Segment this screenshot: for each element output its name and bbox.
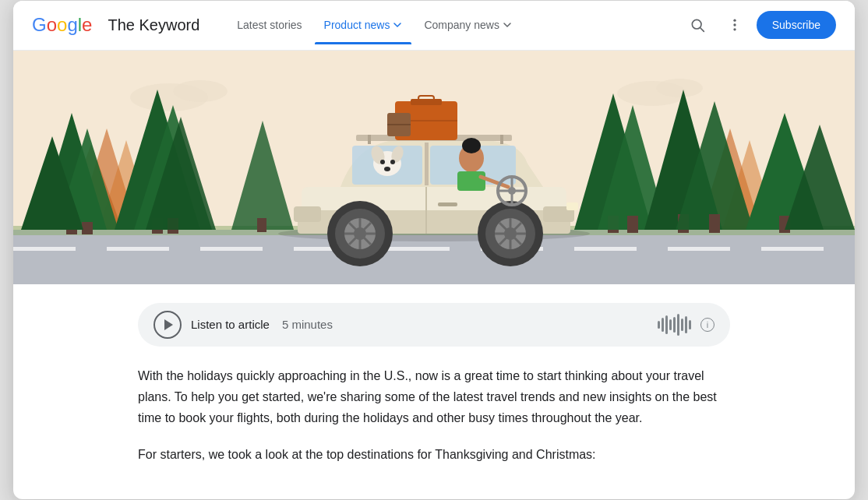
hero-image: [13, 51, 855, 284]
audio-waveform: [658, 314, 691, 336]
search-icon: [690, 17, 705, 33]
listen-label: Listen to article: [191, 318, 270, 331]
svg-rect-42: [627, 216, 638, 233]
main-nav: Latest stories Product news Company news: [228, 12, 669, 37]
svg-point-4: [733, 28, 736, 30]
svg-rect-96: [457, 171, 485, 191]
more-vert-icon: [727, 17, 743, 33]
hero-svg: [13, 51, 855, 284]
svg-point-90: [380, 160, 385, 164]
header-actions: Subscribe: [682, 9, 836, 40]
play-icon: [164, 319, 173, 330]
svg-rect-11: [13, 247, 76, 251]
svg-line-1: [700, 28, 704, 32]
svg-rect-13: [200, 247, 263, 251]
svg-rect-58: [566, 202, 578, 210]
svg-point-94: [462, 138, 481, 153]
svg-rect-54: [425, 143, 429, 185]
svg-rect-60: [438, 202, 457, 206]
svg-rect-30: [82, 222, 93, 234]
header: Google The Keyword Latest stories Produc…: [13, 1, 855, 51]
subscribe-button[interactable]: Subscribe: [757, 11, 836, 39]
svg-point-2: [733, 19, 736, 22]
svg-point-3: [733, 23, 736, 26]
svg-point-9: [656, 79, 703, 97]
svg-rect-63: [368, 135, 371, 144]
chevron-down-icon: [503, 20, 512, 30]
nav-company-news[interactable]: Company news: [415, 12, 521, 37]
chevron-down-icon: [393, 20, 402, 30]
svg-rect-46: [709, 214, 720, 233]
audio-duration: 5 minutes: [282, 318, 333, 331]
article-paragraph-1: With the holidays quickly approaching in…: [138, 365, 730, 429]
svg-point-92: [384, 167, 390, 171]
svg-rect-15: [387, 247, 450, 251]
svg-rect-64: [500, 135, 503, 144]
search-button[interactable]: [682, 9, 713, 40]
site-title: The Keyword: [108, 16, 199, 34]
svg-point-91: [390, 160, 395, 164]
nav-product-news[interactable]: Product news: [315, 12, 412, 37]
audio-player: Listen to article 5 minutes i: [138, 303, 730, 347]
play-button[interactable]: [153, 311, 182, 339]
audio-info-button[interactable]: i: [700, 318, 715, 332]
svg-point-7: [173, 80, 228, 102]
svg-rect-17: [574, 247, 637, 251]
more-options-button[interactable]: [719, 9, 750, 40]
browser-window: Google The Keyword Latest stories Produc…: [13, 1, 855, 500]
article-paragraph-2: For starters, we took a look at the top …: [138, 444, 730, 465]
article-content: Listen to article 5 minutes i With the h…: [13, 284, 855, 500]
svg-rect-19: [761, 247, 824, 251]
svg-rect-18: [668, 247, 730, 251]
svg-rect-38: [257, 218, 266, 232]
svg-rect-57: [294, 206, 321, 222]
svg-rect-12: [107, 247, 169, 251]
google-logo: Google: [32, 14, 92, 36]
nav-latest-stories[interactable]: Latest stories: [228, 12, 311, 37]
